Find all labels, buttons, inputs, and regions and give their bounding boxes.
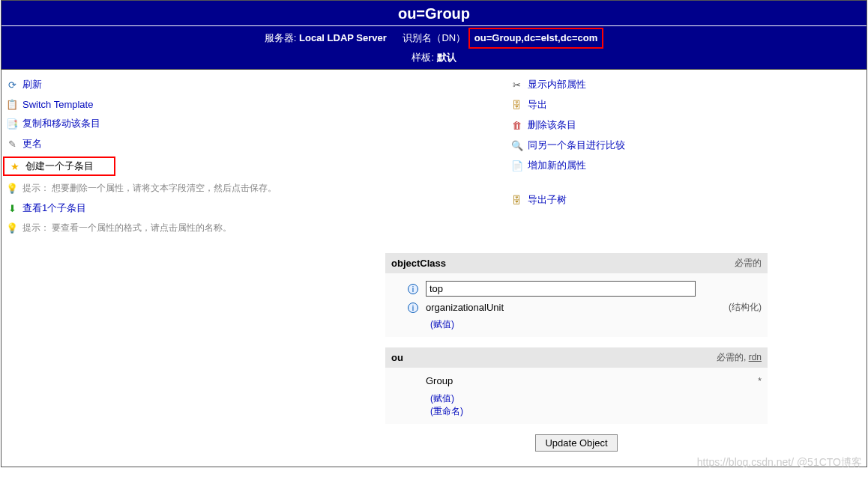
ou-meta-rdn[interactable]: rdn [749,352,762,362]
ou-value-row: Group * [391,375,762,386]
server-value: Local LDAP Server [299,32,387,43]
action-create-child[interactable]: ★ 创建一个子条目 [3,157,115,176]
export-link[interactable]: 导出 [528,98,547,112]
header: ou=Group 服务器: Local LDAP Server 识别名（DN） … [1,1,867,70]
action-switch-template[interactable]: 📋 Switch Template [6,97,511,111]
view-children-icon: ⬇ [6,202,18,214]
add-attr-link[interactable]: 增加新的属性 [528,159,586,172]
trash-icon: 🗑 [511,119,523,131]
attr-head-ou: ou 必需的, rdn [385,347,768,368]
export-subtree-icon: 🗄 [511,194,523,206]
compare-link[interactable]: 同另一个条目进行比较 [528,139,625,152]
template-value: 默认 [437,52,456,63]
bulb-icon: 💡 [6,183,18,195]
action-show-internal[interactable]: ✂ 显示内部属性 [511,77,862,92]
attr-body-ou: Group * (赋值) (重命名) [385,368,768,424]
header-info: 服务器: Local LDAP Server 识别名（DN） ou=Group,… [1,25,867,69]
objectclass-links: (赋值) [391,318,762,331]
info-icon[interactable]: i [408,303,418,313]
action-export[interactable]: 🗄 导出 [511,97,862,112]
action-delete-entry[interactable]: 🗑 删除该条目 [511,118,862,133]
tools-icon: ✂ [511,79,523,91]
view-children-link[interactable]: 查看1个子条目 [22,201,86,215]
spacer [511,178,862,187]
switch-template-link[interactable]: Switch Template [22,99,93,110]
refresh-icon: ⟳ [6,79,18,91]
export-subtree-link[interactable]: 导出子树 [528,193,567,207]
app-frame: ou=Group 服务器: Local LDAP Server 识别名（DN） … [1,0,867,467]
info-icon[interactable]: i [408,284,418,294]
action-copy-move[interactable]: 📑 复制和移动该条目 [6,116,511,131]
show-internal-link[interactable]: 显示内部属性 [528,78,586,91]
update-row: Update Object [385,434,768,452]
rename-icon: ✎ [6,138,18,150]
right-actions: ✂ 显示内部属性 🗄 导出 🗑 删除该条目 🔍 同另一个条目进行比较 📄 [511,77,862,235]
attr-objectclass: objectClass 必需的 i i organizationalUnit (… [385,253,768,337]
attr-meta-ou: 必需的, rdn [717,351,762,364]
watermark: https://blog.csdn.net/ @51CTO博客 [697,456,862,467]
dn-value: ou=Group,dc=elst,dc=com [468,28,603,49]
action-view-children[interactable]: ⬇ 查看1个子条目 [6,201,511,216]
objectclass-value-1-row: i [391,281,762,297]
copy-icon: 📑 [6,118,18,130]
action-export-subtree[interactable]: 🗄 导出子树 [511,192,862,207]
attr-name-objectclass: objectClass [391,258,446,269]
server-label: 服务器: [265,32,297,43]
delete-entry-link[interactable]: 删除该条目 [528,118,576,132]
export-icon: 🗄 [511,99,523,111]
template-icon: 📋 [6,98,18,110]
attr-body-objectclass: i i organizationalUnit (结构化) (赋值) [385,273,768,337]
hint-delete-text: 提示： 想要删除一个属性，请将文本字段清空，然后点击保存。 [22,182,277,195]
objectclass-value-2-note: (结构化) [729,301,762,314]
ou-asterisk: * [758,376,762,386]
hint-format-text: 提示： 要查看一个属性的格式，请点击属性的名称。 [22,222,232,234]
compare-icon: 🔍 [511,139,523,151]
ou-meta-required: 必需的 [717,352,744,362]
copy-move-link[interactable]: 复制和移动该条目 [22,117,100,130]
action-columns: ⟳ 刷新 📋 Switch Template 📑 复制和移动该条目 ✎ 更名 ★ [6,77,862,235]
left-actions: ⟳ 刷新 📋 Switch Template 📑 复制和移动该条目 ✎ 更名 ★ [6,77,511,235]
rename-link[interactable]: 更名 [22,137,42,151]
attr-name-ou: ou [391,352,403,363]
attr-meta-objectclass: 必需的 [735,257,762,270]
update-object-button[interactable]: Update Object [535,434,617,452]
page-title: ou=Group [1,1,867,25]
create-child-link[interactable]: 创建一个子条目 [25,160,94,173]
action-compare[interactable]: 🔍 同另一个条目进行比较 [511,138,862,153]
objectclass-value-2-row: i organizationalUnit (结构化) [391,301,762,314]
ou-links: (赋值) (重命名) [391,392,762,418]
action-add-attr[interactable]: 📄 增加新的属性 [511,158,862,173]
add-attr-icon: 📄 [511,160,523,171]
refresh-link[interactable]: 刷新 [22,78,42,91]
objectclass-value-2-text: organizationalUnit [426,302,504,313]
ou-value-text: Group [426,375,453,386]
dn-label: 识别名（DN） [403,32,465,43]
action-rename[interactable]: ✎ 更名 [6,136,511,151]
objectclass-add-value[interactable]: (赋值) [430,319,454,329]
template-label: 样板: [412,52,434,63]
ou-rename[interactable]: (重命名) [430,406,463,416]
ou-add-value[interactable]: (赋值) [430,393,454,404]
objectclass-value-1-input[interactable] [426,281,696,297]
attributes-area: objectClass 必需的 i i organizationalUnit (… [385,253,768,452]
bulb-icon: 💡 [6,222,18,234]
attr-head-objectclass: objectClass 必需的 [385,253,768,273]
action-refresh[interactable]: ⟳ 刷新 [6,77,511,92]
attr-ou: ou 必需的, rdn Group * (赋值) (重命名) [385,347,768,424]
hint-format: 💡 提示： 要查看一个属性的格式，请点击属性的名称。 [6,221,511,235]
star-icon: ★ [9,160,21,172]
hint-delete-attr: 💡 提示： 想要删除一个属性，请将文本字段清空，然后点击保存。 [6,181,511,195]
body: ⟳ 刷新 📋 Switch Template 📑 复制和移动该条目 ✎ 更名 ★ [1,70,867,467]
